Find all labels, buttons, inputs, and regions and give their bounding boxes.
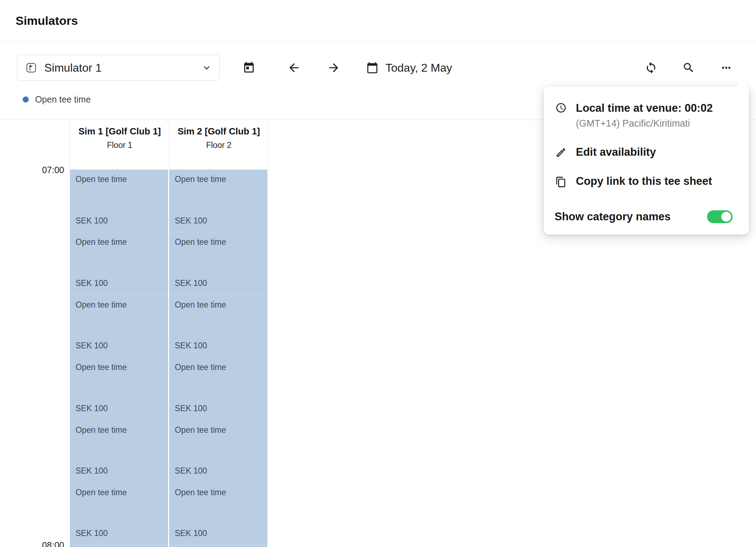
- slot-price: SEK 100: [175, 278, 262, 289]
- tee-time-slot[interactable]: Open tee timeSEK 100: [169, 420, 267, 482]
- tee-time-slot[interactable]: Open tee timeSEK 100: [70, 295, 168, 357]
- next-day-button[interactable]: [321, 55, 346, 81]
- slot-open-label: Open tee time: [76, 362, 162, 373]
- slot-open-label: Open tee time: [175, 237, 262, 248]
- slot-open-label: Open tee time: [76, 237, 162, 248]
- more-options-button[interactable]: [713, 55, 739, 81]
- slot-price: SEK 100: [76, 528, 162, 539]
- menu-item-local-time[interactable]: Local time at venue: 00:02 (GMT+14) Paci…: [544, 94, 749, 138]
- simulator-select[interactable]: Simulator 1: [17, 55, 220, 81]
- more-horizontal-icon: [720, 61, 733, 74]
- tee-time-slot[interactable]: Open tee timeSEK 100: [169, 232, 267, 294]
- tee-time-slot[interactable]: Open tee timeSEK 100: [169, 357, 267, 420]
- menu-item-copy-link[interactable]: Copy link to this tee sheet: [544, 167, 749, 196]
- tee-time-slot[interactable]: Open tee timeSEK 100: [70, 545, 168, 547]
- page-header: Simulators: [0, 0, 756, 42]
- copy-link-label: Copy link to this tee sheet: [576, 175, 712, 188]
- slot-price: SEK 100: [175, 403, 262, 414]
- slot-price: SEK 100: [76, 278, 162, 289]
- pencil-icon: [555, 147, 567, 158]
- column-title: Sim 2 [Golf Club 1]: [178, 125, 260, 138]
- tee-time-slot[interactable]: Open tee timeSEK 100: [169, 295, 267, 357]
- tee-time-slot[interactable]: Open tee timeSEK 100: [70, 420, 168, 482]
- time-gutter: 07:00 08:00: [0, 120, 70, 547]
- slot-open-label: Open tee time: [175, 362, 262, 373]
- jump-to-date-button[interactable]: [236, 55, 262, 81]
- slot-open-label: Open tee time: [175, 300, 262, 310]
- show-category-names-label: Show category names: [555, 210, 707, 223]
- slot-price: SEK 100: [175, 528, 262, 539]
- tee-time-slot[interactable]: Open tee timeSEK 100: [70, 232, 168, 294]
- slot-open-label: Open tee time: [76, 174, 162, 185]
- chevron-down-icon: [201, 62, 212, 73]
- golf-flag-icon: [26, 62, 37, 73]
- calendar-icon: [366, 62, 378, 74]
- app: Simulators Simulator 1: [0, 0, 756, 547]
- legend: Open tee time: [23, 94, 91, 105]
- slot-open-label: Open tee time: [175, 425, 262, 436]
- slot-price: SEK 100: [175, 466, 262, 476]
- timezone-label: (GMT+14) Pacific/Kiritimati: [576, 118, 713, 130]
- toolbar-right-cluster: [638, 55, 739, 81]
- menu-item-edit-availability[interactable]: Edit availability: [544, 138, 749, 167]
- open-tee-time-dot: [23, 96, 29, 103]
- time-label: 08:00: [42, 540, 64, 547]
- tee-time-slot[interactable]: Open tee timeSEK 100: [169, 545, 267, 547]
- column-title: Sim 1 [Golf Club 1]: [78, 125, 161, 138]
- previous-day-button[interactable]: [281, 55, 307, 81]
- date-label: Today, 2 May: [385, 61, 452, 74]
- menu-item-text: Local time at venue: 00:02 (GMT+14) Paci…: [576, 101, 713, 130]
- tee-time-slot[interactable]: Open tee timeSEK 100: [169, 170, 267, 232]
- toggle-knob: [721, 212, 731, 222]
- date-display[interactable]: Today, 2 May: [366, 61, 452, 74]
- slot-open-label: Open tee time: [175, 174, 262, 185]
- slot-price: SEK 100: [76, 403, 162, 414]
- simulator-select-value: Simulator 1: [44, 61, 193, 74]
- toolbar: Simulator 1 Today, 2 May: [0, 42, 756, 94]
- more-menu-popover: Local time at venue: 00:02 (GMT+14) Paci…: [544, 87, 749, 234]
- refresh-button[interactable]: [638, 55, 664, 81]
- slot-price: SEK 100: [76, 466, 162, 476]
- slot-open-label: Open tee time: [76, 300, 162, 310]
- column-subtitle: Floor 1: [107, 140, 133, 151]
- calendar-today-icon: [243, 61, 255, 74]
- slot-list: Open tee timeSEK 100Open tee timeSEK 100…: [169, 170, 268, 547]
- slot-open-label: Open tee time: [175, 487, 262, 498]
- column-header: Sim 1 [Golf Club 1] Floor 1: [70, 120, 169, 170]
- edit-availability-label: Edit availability: [576, 145, 656, 159]
- arrow-right-icon: [327, 61, 340, 74]
- copy-icon: [555, 176, 567, 188]
- slot-price: SEK 100: [76, 216, 162, 226]
- search-button[interactable]: [676, 55, 701, 81]
- column-header: Sim 2 [Golf Club 1] Floor 2: [169, 120, 268, 170]
- page-title: Simulators: [16, 14, 78, 28]
- slot-list: Open tee timeSEK 100Open tee timeSEK 100…: [70, 170, 169, 547]
- tee-time-slot[interactable]: Open tee timeSEK 100: [70, 357, 168, 420]
- tee-time-slot[interactable]: Open tee timeSEK 100: [169, 482, 267, 545]
- arrow-left-icon: [287, 61, 301, 74]
- show-category-names-toggle[interactable]: [707, 210, 733, 223]
- tee-time-slot[interactable]: Open tee timeSEK 100: [70, 170, 168, 232]
- refresh-icon: [645, 61, 657, 74]
- column-subtitle: Floor 2: [206, 140, 232, 151]
- slot-open-label: Open tee time: [76, 487, 162, 498]
- local-time-label: Local time at venue: 00:02: [576, 101, 713, 115]
- search-icon: [682, 61, 695, 74]
- tee-time-slot[interactable]: Open tee timeSEK 100: [70, 482, 168, 545]
- slot-price: SEK 100: [175, 341, 262, 351]
- slot-price: SEK 100: [76, 341, 162, 351]
- slot-open-label: Open tee time: [76, 425, 162, 436]
- sheet-column-sim-2: Sim 2 [Golf Club 1] Floor 2 Open tee tim…: [169, 120, 268, 547]
- show-category-names-row: Show category names: [544, 196, 749, 225]
- time-label: 07:00: [42, 165, 64, 175]
- sheet-columns: Sim 1 [Golf Club 1] Floor 1 Open tee tim…: [70, 120, 268, 547]
- clock-icon: [555, 102, 567, 114]
- slot-price: SEK 100: [175, 216, 262, 226]
- legend-label: Open tee time: [35, 94, 91, 105]
- sheet-column-sim-1: Sim 1 [Golf Club 1] Floor 1 Open tee tim…: [70, 120, 169, 547]
